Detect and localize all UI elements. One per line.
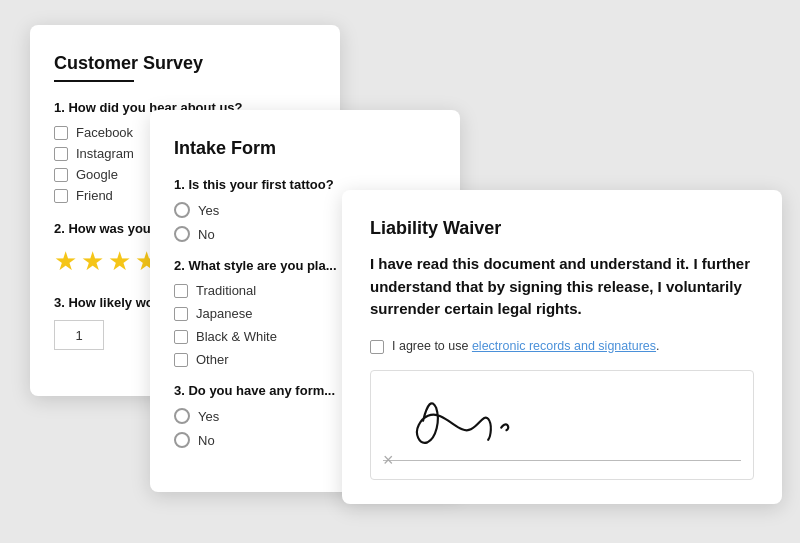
survey-checkbox-friend[interactable] <box>54 189 68 203</box>
intake-radio-no-1[interactable] <box>174 226 190 242</box>
agree-link[interactable]: electronic records and signatures <box>472 339 656 353</box>
agree-label: I agree to use electronic records and si… <box>392 339 660 353</box>
agree-checkbox[interactable] <box>370 340 384 354</box>
intake-title: Intake Form <box>174 138 436 159</box>
survey-checkbox-google[interactable] <box>54 168 68 182</box>
survey-title: Customer Survey <box>54 53 316 74</box>
intake-checkbox-traditional[interactable] <box>174 284 188 298</box>
intake-radio-no-3[interactable] <box>174 432 190 448</box>
signature-drawing <box>371 371 753 479</box>
survey-checkbox-facebook[interactable] <box>54 126 68 140</box>
signature-area[interactable]: × <box>370 370 754 480</box>
star-2: ★ <box>81 246 104 277</box>
intake-radio-yes-1[interactable] <box>174 202 190 218</box>
star-1: ★ <box>54 246 77 277</box>
signature-line <box>383 460 741 461</box>
number-value: 1 <box>54 320 104 350</box>
intake-checkbox-other[interactable] <box>174 353 188 367</box>
liability-waiver-card: Liability Waiver I have read this docume… <box>342 190 782 504</box>
waiver-body: I have read this document and understand… <box>370 253 754 321</box>
intake-radio-yes-3[interactable] <box>174 408 190 424</box>
star-3: ★ <box>108 246 131 277</box>
intake-checkbox-black-white[interactable] <box>174 330 188 344</box>
survey-divider <box>54 80 134 82</box>
signature-clear-button[interactable]: × <box>383 451 394 469</box>
agree-row: I agree to use electronic records and si… <box>370 339 754 354</box>
intake-checkbox-japanese[interactable] <box>174 307 188 321</box>
survey-checkbox-instagram[interactable] <box>54 147 68 161</box>
waiver-title: Liability Waiver <box>370 218 754 239</box>
